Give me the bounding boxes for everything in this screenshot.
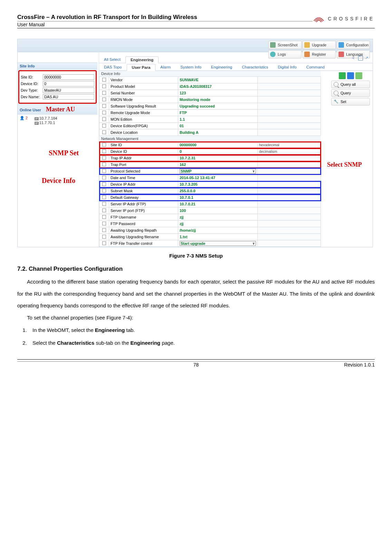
checkbox-cell[interactable] [99,83,109,90]
checkbox-cell[interactable] [99,175,109,181]
query-button[interactable]: Query [331,89,370,97]
checkbox-cell[interactable] [99,90,109,96]
checkbox-cell[interactable] [99,194,109,201]
arrow-icon[interactable]: ↗ [365,56,370,61]
value-cell: zjj [178,221,258,227]
wrench-icon: 🔧 [334,99,338,104]
checkbox-cell[interactable] [99,96,109,103]
document-footer: 78 Revision 1.0.1 [17,359,375,368]
down-indicator-icon[interactable] [347,72,354,79]
share-icon[interactable]: ⪡ [351,56,356,61]
checkbox-cell[interactable] [99,234,109,240]
param-cell: Protocol Selected [109,168,178,175]
paragraph-1: According to the different base station … [17,276,375,312]
param-cell: Device ID [109,148,178,155]
subtab-das-topo[interactable]: DAS Topo [99,64,127,71]
subtab-characteristics[interactable]: Characteristics [237,64,273,71]
checkbox-cell[interactable] [99,240,109,247]
value-cell: SUNWAVE [178,77,258,83]
checkbox-cell[interactable] [99,188,109,194]
value-cell: 10.7.0.1 [178,194,258,201]
dev-name-input[interactable]: DAS AU [43,94,94,100]
note-cell [258,234,321,240]
check-indicator-icon[interactable] [355,72,362,79]
checkbox-cell[interactable] [99,129,109,136]
checkbox-cell[interactable] [99,181,109,188]
value-cell: 01 [178,123,258,129]
table-row: FTP Username zjj [99,214,321,221]
checkbox-cell[interactable] [99,142,109,148]
checkbox-cell[interactable] [99,161,109,168]
subtab-command[interactable]: Command [302,64,329,71]
upgrade-icon [304,42,310,48]
set-button[interactable]: 🔧Set [331,98,370,105]
checkbox-cell[interactable] [99,148,109,155]
upgrade-button[interactable]: Upgrade [303,41,336,49]
section-heading: 7.2. Channel Properties Configuration [17,266,375,272]
checkbox-cell[interactable] [99,103,109,110]
checkbox-cell[interactable] [99,168,109,175]
note-cell [258,96,321,103]
tab-all-select[interactable]: All Select [99,56,125,63]
select-dropdown[interactable]: Start upgrade∨ [180,241,256,246]
subtab-user-para[interactable]: User Para [127,64,156,71]
primary-tabs: All Select Engineering [99,56,373,63]
note-cell: decimalism [258,148,321,155]
table-row: Serial Number 123 [99,90,321,96]
user-count: 2 [26,116,28,120]
checkbox-cell[interactable] [99,123,109,129]
checkbox-cell[interactable] [99,227,109,234]
dev-type-input[interactable]: MasterAU [43,87,94,93]
subtab-system-info[interactable]: System Info [175,64,206,71]
ip-row-2: IP11.7.70.1 [35,121,57,125]
user-icon: 👤 [20,116,25,120]
checkbox-cell[interactable] [99,155,109,161]
checkbox-cell[interactable] [99,207,109,214]
tab-engineering[interactable]: Engineering [125,56,159,63]
screenshot-button[interactable]: ScreenShot [268,41,302,49]
checkbox-cell[interactable] [99,214,109,221]
value-cell: 0 [178,148,258,155]
checkbox-cell[interactable] [99,201,109,207]
ip-badge-icon: IP [35,122,39,125]
device-info-table: Vendor SUNWAVE Product Model iDAS-A20100… [99,76,321,136]
note-cell [258,116,321,123]
value-cell: 1.txt [178,234,258,240]
param-cell: Software Upgrading Result [109,103,178,110]
figure-caption: Figure 7-3 NMS Setup [17,253,375,259]
screenshot-icon [270,42,276,48]
value-cell: zjj [178,214,258,221]
table-row: Site ID 00000000 hexadecimal [99,142,321,148]
device-id-input[interactable]: 0 [43,81,94,86]
subtab-engineering[interactable]: Engineering [206,64,237,71]
site-id-input[interactable]: 00000000 [43,74,94,80]
param-cell: Device Edition(FPGA) [109,123,178,129]
checkbox-cell[interactable] [99,116,109,123]
param-cell: Server IP port (FTP) [109,207,178,214]
chevron-down-icon: ∨ [252,242,255,245]
expand-icon[interactable] [358,56,363,61]
select-dropdown[interactable]: SNMP∨ [180,169,256,174]
checkbox-cell[interactable] [99,110,109,116]
table-row: Product Model iDAS-A201008317 [99,83,321,90]
table-row: Server IP port (FTP) 100 [99,207,321,214]
step-list: In the WebOMT, select the Engineering ta… [28,324,375,349]
param-cell: Awaiting Upgrading filename [109,234,178,240]
up-indicator-icon[interactable] [339,72,346,79]
snmp-set-annotation: SNMP Set [49,149,79,157]
configuration-icon [338,42,344,48]
query-all-button[interactable]: Query all [331,81,370,88]
site-info-header: Site Info [18,63,97,70]
note-cell [258,83,321,90]
table-row: Trap IP Addr 10.7.2.31 [99,155,321,161]
param-cell: Trap IP Addr [109,155,178,161]
subtab-digital-info[interactable]: Digital Info [273,64,302,71]
configuration-button[interactable]: Configuration [337,41,370,49]
subtab-alarm[interactable]: Alarm [155,64,175,71]
step-2: Select the Characteristics sub-tab on th… [28,337,375,349]
checkbox-cell[interactable] [99,77,109,83]
note-cell: hexadecimal [258,142,321,148]
checkbox-cell[interactable] [99,221,109,227]
secondary-tabs: DAS Topo User Para Alarm System Info Eng… [99,63,373,71]
value-cell: Start upgrade∨ [178,240,258,247]
